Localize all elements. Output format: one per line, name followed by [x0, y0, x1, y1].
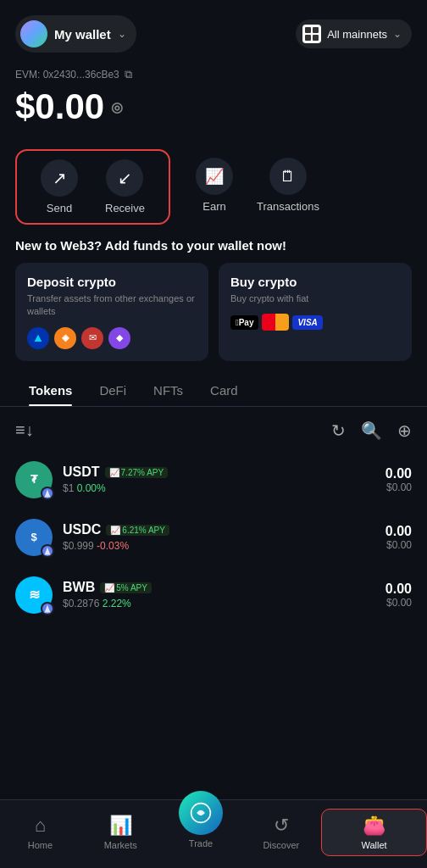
discover-icon: ↺ — [274, 815, 289, 837]
promo-headline: New to Web3? Add funds to your wallet no… — [15, 238, 412, 253]
buy-card[interactable]: Buy crypto Buy crypto with fiat Pay VIS… — [219, 263, 412, 361]
token-price-bwb: $0.2876 2.22% — [63, 598, 375, 609]
exchange-icons: ◈ ✉ ◆ — [27, 327, 197, 349]
refresh-icon[interactable]: ↻ — [331, 420, 346, 441]
bottom-nav: ⌂ Home 📊 Markets Trade ↺ Discover 👛 Wall… — [0, 799, 427, 868]
sort-icon[interactable]: ≡↓ — [15, 420, 34, 440]
wallet-selector[interactable]: My wallet ⌄ — [15, 15, 136, 53]
receive-icon: ↙ — [106, 159, 143, 197]
buy-sub: Buy crypto with fiat — [230, 292, 400, 305]
token-symbol-usdt: USDT — [63, 465, 100, 480]
wallet-name: My wallet — [54, 27, 111, 42]
token-price-usdt: $1 0.00% — [63, 482, 375, 494]
discover-label: Discover — [263, 840, 299, 850]
token-item-usdc[interactable]: $ USDC 📈6.21% APY $0.999 -0.03% 0.00 $0.… — [0, 509, 427, 566]
nav-discover[interactable]: ↺ Discover — [241, 815, 321, 850]
buy-title: Buy crypto — [230, 275, 400, 289]
exchange-icon-4: ◆ — [108, 327, 130, 349]
deposit-sub: Transfer assets from other exchanges or … — [27, 292, 197, 319]
trade-icon — [179, 791, 223, 835]
markets-icon: 📊 — [109, 815, 132, 837]
send-label: Send — [47, 202, 72, 214]
token-symbol-bwb: BWB — [63, 580, 95, 595]
exchange-icon-2: ◈ — [54, 327, 76, 349]
avatar — [20, 20, 47, 47]
chain-badge-bwb — [41, 602, 54, 615]
apple-pay-badge: Pay — [230, 315, 258, 330]
tab-defi[interactable]: DeFi — [86, 375, 140, 406]
transactions-icon: 🗒 — [269, 158, 307, 195]
trade-label: Trade — [189, 838, 213, 849]
payment-icons: Pay VISA — [230, 314, 400, 331]
token-price-usdc: $0.999 -0.03% — [63, 540, 375, 552]
exchange-icon-1 — [27, 327, 49, 349]
earn-icon: 📈 — [196, 158, 233, 195]
token-balance-usdt: 0.00 $0.00 — [385, 466, 412, 493]
token-symbol-usdc: USDC — [63, 522, 101, 537]
send-button[interactable]: ↗ Send — [27, 156, 92, 218]
promo-cards: Deposit crypto Transfer assets from othe… — [15, 263, 412, 361]
token-tabs: Tokens DeFi NFTs Card — [0, 375, 427, 407]
token-info-usdt: USDT 📈7.27% APY $1 0.00% — [63, 465, 375, 494]
nav-trade[interactable]: Trade — [161, 808, 241, 849]
nav-markets[interactable]: 📊 Markets — [80, 815, 161, 850]
token-info-bwb: BWB 📈5% APY $0.2876 2.22% — [63, 580, 375, 609]
token-info-usdc: USDC 📈6.21% APY $0.999 -0.03% — [63, 522, 375, 552]
network-grid-icon — [302, 25, 321, 43]
markets-label: Markets — [104, 840, 137, 850]
wallet-label: Wallet — [362, 840, 387, 850]
eye-icon[interactable]: ◎ — [111, 99, 123, 115]
chain-badge-usdc — [41, 544, 54, 558]
deposit-title: Deposit crypto — [27, 275, 197, 289]
mastercard-badge — [262, 314, 289, 331]
apy-badge-bwb: 📈5% APY — [100, 582, 152, 593]
nav-wallet[interactable]: 👛 Wallet — [321, 809, 427, 856]
receive-label: Receive — [105, 202, 145, 214]
network-name: All mainnets — [327, 28, 387, 41]
home-icon: ⌂ — [35, 815, 46, 837]
wallet-chevron-icon: ⌄ — [118, 28, 126, 40]
token-item-bwb[interactable]: ≋ BWB 📈5% APY $0.2876 2.22% 0.00 $0.00 — [0, 566, 427, 624]
deposit-card[interactable]: Deposit crypto Transfer assets from othe… — [15, 263, 208, 361]
token-logo-usdc: $ — [15, 519, 53, 556]
token-balance-bwb: 0.00 $0.00 — [385, 581, 412, 609]
tab-card[interactable]: Card — [197, 375, 252, 406]
wallet-icon: 👛 — [363, 815, 385, 837]
evm-address: EVM: 0x2430...36cBe3 ⧉ — [15, 68, 412, 81]
transactions-label: Transactions — [257, 200, 319, 213]
token-list-header: ≡↓ ↻ 🔍 ⊕ — [0, 417, 427, 451]
home-label: Home — [28, 840, 53, 850]
nav-home[interactable]: ⌂ Home — [0, 815, 80, 850]
apy-badge-usdt: 📈7.27% APY — [105, 467, 169, 478]
promo-section: New to Web3? Add funds to your wallet no… — [0, 238, 427, 375]
transactions-button[interactable]: 🗒 Transactions — [245, 149, 331, 221]
copy-icon[interactable]: ⧉ — [125, 68, 132, 81]
network-selector[interactable]: All mainnets ⌄ — [296, 19, 412, 48]
send-receive-group: ↗ Send ↙ Receive — [15, 149, 170, 225]
earn-button[interactable]: 📈 Earn — [184, 149, 245, 221]
tab-nfts[interactable]: NFTs — [140, 375, 197, 406]
send-icon: ↗ — [41, 159, 78, 197]
tab-tokens[interactable]: Tokens — [15, 375, 86, 406]
network-chevron-icon: ⌄ — [393, 28, 402, 40]
token-item-usdt[interactable]: ₮ USDT 📈7.27% APY $1 0.00% 0.00 $0.00 — [0, 451, 427, 509]
earn-label: Earn — [202, 200, 225, 213]
action-bar: ↗ Send ↙ Receive 📈 Earn 🗒 Transactions — [0, 141, 427, 238]
chain-badge-usdt — [41, 487, 54, 500]
header: My wallet ⌄ All mainnets ⌄ — [0, 0, 427, 61]
token-actions: ↻ 🔍 ⊕ — [331, 420, 412, 441]
receive-button[interactable]: ↙ Receive — [92, 156, 158, 218]
balance-amount: $0.00 ◎ — [15, 86, 412, 127]
search-icon[interactable]: 🔍 — [361, 420, 382, 441]
visa-badge: VISA — [292, 315, 322, 330]
apy-badge-usdc: 📈6.21% APY — [106, 525, 169, 536]
token-balance-usdc: 0.00 $0.00 — [385, 524, 412, 551]
token-logo-usdt: ₮ — [15, 461, 53, 498]
token-logo-bwb: ≋ — [15, 576, 53, 614]
balance-section: EVM: 0x2430...36cBe3 ⧉ $0.00 ◎ — [0, 61, 427, 141]
exchange-icon-3: ✉ — [81, 327, 103, 349]
add-token-icon[interactable]: ⊕ — [397, 420, 412, 441]
